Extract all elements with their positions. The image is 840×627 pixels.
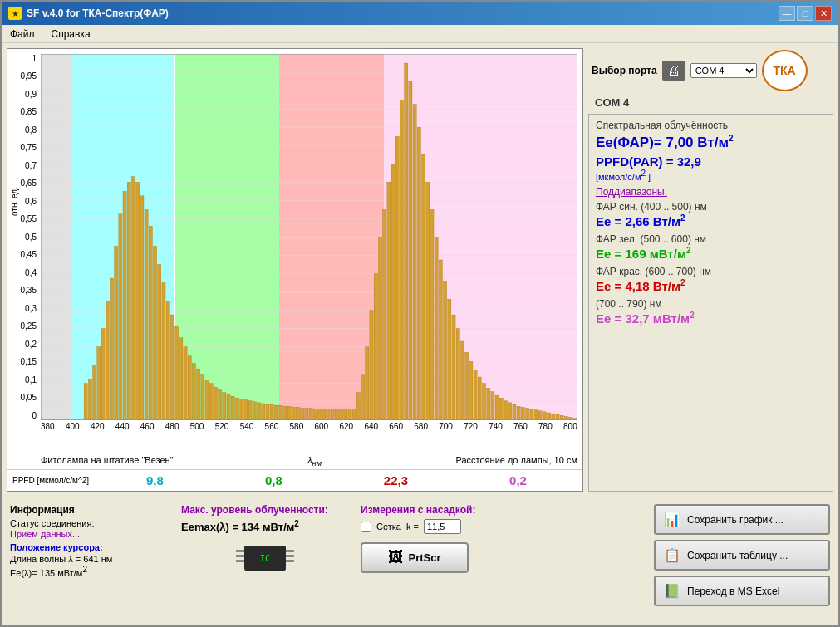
svg-rect-74 xyxy=(317,409,321,420)
svg-rect-136 xyxy=(236,555,244,557)
max-irradiance-value: Eemax(λ) = 134 мВт/м2 xyxy=(181,519,349,533)
x-label-480: 480 xyxy=(165,422,179,431)
svg-rect-53 xyxy=(227,394,230,420)
y-label-01: 0,1 xyxy=(9,375,39,385)
svg-rect-102 xyxy=(439,260,442,420)
svg-rect-69 xyxy=(296,407,299,419)
svg-rect-36 xyxy=(153,246,156,419)
minimize-button[interactable]: — xyxy=(779,6,795,21)
svg-rect-127 xyxy=(548,413,551,420)
ms-excel-label: Переход в MS Excel xyxy=(687,585,779,597)
ppfd-par-value: PPFD(PAR) = 32,9 xyxy=(596,154,826,169)
y-label-0: 0 xyxy=(9,411,39,420)
svg-rect-29 xyxy=(123,191,126,420)
nasadka-title: Измерения с насадкой: xyxy=(361,504,487,516)
x-label-520: 520 xyxy=(215,422,229,431)
save-table-button[interactable]: 📋 Сохранить таблицу ... xyxy=(654,540,830,571)
save-chart-button[interactable]: 📊 Сохранить график ... xyxy=(654,504,830,535)
x-label-680: 680 xyxy=(414,422,428,431)
wavelength-display: Длина волны λ = 641 нм xyxy=(10,554,169,564)
x-label-800: 800 xyxy=(563,422,577,431)
port-section: Выбор порта 🖨 COM 4 COM 1 COM 2 COM 3 ТК… xyxy=(588,48,833,93)
svg-rect-78 xyxy=(335,410,338,420)
x-label-780: 780 xyxy=(538,422,553,431)
app-icon: ★ xyxy=(8,7,22,20)
maximize-button[interactable]: □ xyxy=(797,6,813,21)
svg-rect-31 xyxy=(131,177,135,420)
k-input[interactable] xyxy=(424,519,461,534)
port-label: Выбор порта xyxy=(592,65,657,76)
ee-cursor-display: Ee(λ)= 135 мВт/м2 xyxy=(10,565,169,578)
svg-rect-59 xyxy=(253,402,256,420)
range-700-label: (700 .. 790) нм xyxy=(596,298,826,310)
svg-rect-112 xyxy=(482,384,485,420)
svg-rect-34 xyxy=(145,209,148,419)
info-title: Информация xyxy=(10,504,169,516)
svg-rect-51 xyxy=(219,389,222,419)
svg-rect-120 xyxy=(517,406,520,420)
y-label-02: 0,2 xyxy=(9,340,39,349)
save-table-icon: 📋 xyxy=(664,547,680,563)
svg-rect-33 xyxy=(140,196,144,420)
subranges-label: Поддиапазоны: xyxy=(596,186,826,198)
svg-rect-58 xyxy=(248,401,252,420)
svg-rect-101 xyxy=(435,237,438,419)
svg-rect-128 xyxy=(552,414,555,420)
svg-rect-97 xyxy=(417,127,420,420)
close-button[interactable]: ✕ xyxy=(815,6,832,21)
svg-rect-109 xyxy=(469,361,473,420)
y-label-08: 0,8 xyxy=(9,125,39,135)
title-bar-left: ★ SF v.4.0 for ТКА-Спектр(ФАР) xyxy=(8,7,169,20)
ppfd-red-value: 22,3 xyxy=(384,473,408,487)
save-table-label: Сохранить таблицу ... xyxy=(687,550,788,561)
y-label-07: 0,7 xyxy=(9,161,39,170)
svg-rect-63 xyxy=(270,404,273,420)
max-irradiance-title: Макс. уровень облученности: xyxy=(181,504,349,516)
tka-logo: ТКА xyxy=(762,50,808,91)
x-label-380: 380 xyxy=(41,422,55,431)
y-label-055: 0,55 xyxy=(9,214,39,223)
port-selector[interactable]: COM 4 COM 1 COM 2 COM 3 xyxy=(690,63,757,78)
svg-rect-55 xyxy=(235,398,238,419)
cursor-label: Положение курсора: xyxy=(10,542,169,552)
svg-rect-94 xyxy=(405,63,408,420)
ppfd-footer-label: PPFD [мкмол/с/м^2] xyxy=(12,476,89,485)
x-label-560: 560 xyxy=(265,422,279,431)
ppfd-cyan-value: 9,8 xyxy=(146,473,164,487)
svg-rect-140 xyxy=(286,560,294,562)
svg-rect-64 xyxy=(274,405,278,420)
svg-rect-39 xyxy=(166,301,169,420)
x-label-700: 700 xyxy=(439,422,453,431)
x-label-600: 600 xyxy=(314,422,328,431)
setka-checkbox[interactable] xyxy=(361,522,371,532)
svg-rect-35 xyxy=(149,226,152,420)
svg-rect-40 xyxy=(170,315,174,420)
svg-rect-68 xyxy=(292,407,295,419)
svg-rect-111 xyxy=(478,377,481,420)
y-label-1: 1 xyxy=(9,54,39,63)
chart-right-label: Расстояние до лампы, 10 см xyxy=(455,455,577,468)
svg-rect-46 xyxy=(197,369,200,420)
menu-help[interactable]: Справка xyxy=(47,27,96,41)
svg-rect-105 xyxy=(452,315,455,420)
svg-rect-75 xyxy=(322,409,326,420)
svg-rect-52 xyxy=(223,393,226,420)
y-label-015: 0,15 xyxy=(9,357,39,366)
ms-excel-button[interactable]: 📗 Переход в MS Excel xyxy=(654,576,830,606)
y-label-045: 0,45 xyxy=(9,250,39,259)
svg-rect-50 xyxy=(214,387,217,420)
right-panel: Выбор порта 🖨 COM 4 COM 1 COM 2 COM 3 ТК… xyxy=(588,48,833,492)
menu-file[interactable]: Файл xyxy=(5,27,40,41)
svg-rect-87 xyxy=(374,273,377,419)
window-controls: — □ ✕ xyxy=(779,6,832,21)
y-label-035: 0,35 xyxy=(9,286,39,295)
prtscr-button[interactable]: 🖼 PrtScr xyxy=(361,542,469,573)
ee-far-value: Ee(ФАР)= 7,00 Вт/м2 xyxy=(596,134,826,151)
svg-rect-107 xyxy=(460,341,464,420)
svg-rect-116 xyxy=(499,398,503,419)
svg-rect-117 xyxy=(504,401,507,420)
y-label-04: 0,4 xyxy=(9,268,39,277)
svg-rect-47 xyxy=(201,375,204,420)
ee-kras-value: Ee = 4,18 Вт/м2 xyxy=(596,278,826,293)
info-panel: Информация Статус соединения: Прием данн… xyxy=(7,501,173,622)
